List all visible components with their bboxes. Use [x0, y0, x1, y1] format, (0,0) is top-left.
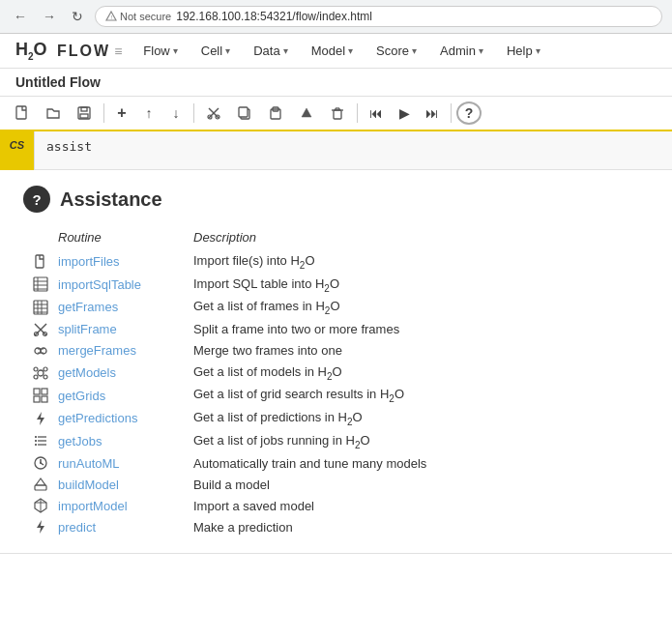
svg-marker-13: [302, 108, 311, 117]
import-sql-desc: Import SQL table into H2O: [193, 276, 649, 294]
paste-button[interactable]: [261, 101, 290, 126]
split-frame-link[interactable]: splitFrame: [58, 322, 193, 336]
skip-back-button[interactable]: ⏮: [363, 101, 390, 126]
list-icon: [33, 433, 48, 449]
down-arrow-icon: ↓: [173, 105, 180, 121]
get-grids-desc: Get a list of grid search results in H2O: [193, 387, 649, 404]
fast-forward-icon: ⏭: [425, 105, 439, 121]
bolt-icon: [33, 411, 48, 426]
skip-back-icon: ⏮: [369, 105, 383, 121]
merge-frames-icon: [23, 343, 58, 359]
cell-input[interactable]: assist: [35, 131, 672, 170]
build-model-link[interactable]: buildModel: [58, 478, 193, 492]
svg-marker-48: [37, 412, 44, 425]
list-item: runAutoML Automatically train and tune m…: [23, 452, 649, 474]
back-button[interactable]: ←: [10, 7, 31, 26]
paste-special-button[interactable]: [292, 101, 321, 126]
list-item: getFrames Get a list of frames in H2O: [23, 296, 649, 319]
flow-title-bar: Untitled Flow: [0, 69, 672, 97]
paste-icon: [268, 105, 283, 121]
get-grids-link[interactable]: getGrids: [58, 389, 193, 403]
bolt2-icon: [33, 519, 48, 535]
trash-icon: [330, 105, 345, 121]
get-predictions-desc: Get a list of predictions in H2O: [193, 410, 649, 427]
automl-icon: [33, 455, 48, 471]
delete-button[interactable]: [323, 101, 352, 126]
predict-link[interactable]: predict: [58, 520, 193, 535]
menu-admin[interactable]: Admin ▾: [430, 40, 493, 62]
build-model-icon: [23, 477, 58, 492]
svg-point-55: [35, 436, 37, 438]
run-all-button[interactable]: ⏭: [419, 101, 446, 126]
list-item: importModel Import a saved model: [23, 495, 649, 516]
security-indicator: ! Not secure: [105, 11, 171, 22]
sep3: [357, 103, 358, 123]
import-model-link[interactable]: importModel: [58, 499, 193, 513]
reload-button[interactable]: ↻: [68, 7, 87, 26]
merge-frames-link[interactable]: mergeFrames: [58, 343, 193, 358]
menu-model[interactable]: Model ▾: [302, 40, 363, 62]
import-files-link[interactable]: importFiles: [58, 254, 193, 269]
svg-text:!: !: [111, 14, 113, 20]
split-frame-desc: Split a frame into two or more frames: [193, 322, 649, 336]
menu-flow[interactable]: Flow ▾: [133, 40, 187, 62]
sep4: [451, 103, 452, 123]
get-frames-desc: Get a list of frames in H2O: [193, 299, 649, 316]
svg-point-57: [35, 444, 37, 446]
menu-data[interactable]: Data ▾: [244, 40, 297, 62]
get-jobs-link[interactable]: getJobs: [58, 434, 193, 449]
list-item: importFiles Import file(s) into H2O: [23, 250, 649, 274]
import-files-desc: Import file(s) into H2O: [193, 253, 649, 271]
get-models-link[interactable]: getModels: [58, 365, 193, 380]
link-icon: [33, 343, 48, 359]
run-automl-link[interactable]: runAutoML: [58, 456, 193, 471]
list-item: importSqlTable Import SQL table into H2O: [23, 274, 649, 297]
copy-button[interactable]: [230, 101, 259, 126]
import-files-icon: [23, 254, 58, 270]
help-button[interactable]: ?: [456, 101, 482, 125]
get-jobs-icon: [23, 433, 58, 449]
sep1: [103, 103, 104, 123]
list-item: getPredictions Get a list of predictions…: [23, 407, 649, 430]
get-grids-icon: [23, 388, 58, 403]
cut-button[interactable]: [199, 101, 228, 126]
build-icon: [33, 477, 48, 492]
new-cell-button[interactable]: [8, 101, 37, 126]
get-predictions-link[interactable]: getPredictions: [58, 411, 193, 425]
menu-cell[interactable]: Cell ▾: [191, 40, 240, 62]
warning-icon: !: [105, 11, 117, 22]
svg-marker-63: [36, 478, 45, 485]
import-sql-link[interactable]: importSqlTable: [58, 277, 193, 292]
save-icon: [76, 105, 92, 121]
open-button[interactable]: [39, 101, 68, 126]
svg-rect-4: [80, 114, 88, 118]
scissors-icon: [33, 322, 48, 337]
import-sql-icon: [23, 276, 58, 292]
add-cell-button[interactable]: +: [109, 101, 134, 126]
question-icon: ?: [465, 105, 474, 121]
move-up-button[interactable]: ↑: [136, 101, 161, 126]
model-arrow: ▾: [348, 45, 353, 56]
col-icon-spacer: [23, 230, 58, 245]
help-circle-icon: ?: [23, 186, 50, 213]
run-button[interactable]: ▶: [392, 101, 417, 126]
cell-type-label: CS: [10, 139, 24, 151]
menu-score[interactable]: Score ▾: [366, 40, 426, 62]
forward-button[interactable]: →: [39, 7, 60, 26]
flow-arrow: ▾: [173, 45, 178, 56]
address-bar[interactable]: ! Not secure 192.168.100.18:54321/flow/i…: [95, 6, 662, 27]
list-item: getGrids Get a list of grid search resul…: [23, 384, 649, 407]
open-icon: [45, 105, 61, 121]
svg-rect-1: [16, 106, 26, 119]
list-item: getJobs Get a list of jobs running in H2…: [23, 430, 649, 453]
get-frames-link[interactable]: getFrames: [58, 300, 193, 314]
up-arrow-icon: ↑: [146, 105, 153, 121]
browser-chrome: ← → ↻ ! Not secure 192.168.100.18:54321/…: [0, 0, 672, 34]
move-down-button[interactable]: ↓: [163, 101, 189, 126]
logo-flow-text: FLOW: [51, 43, 111, 60]
output-area: ? Assistance Routine Description importF…: [0, 170, 672, 554]
run-automl-desc: Automatically train and tune many models: [193, 456, 649, 471]
svg-rect-62: [35, 485, 46, 490]
save-button[interactable]: [70, 101, 99, 126]
menu-help[interactable]: Help ▾: [497, 40, 550, 62]
